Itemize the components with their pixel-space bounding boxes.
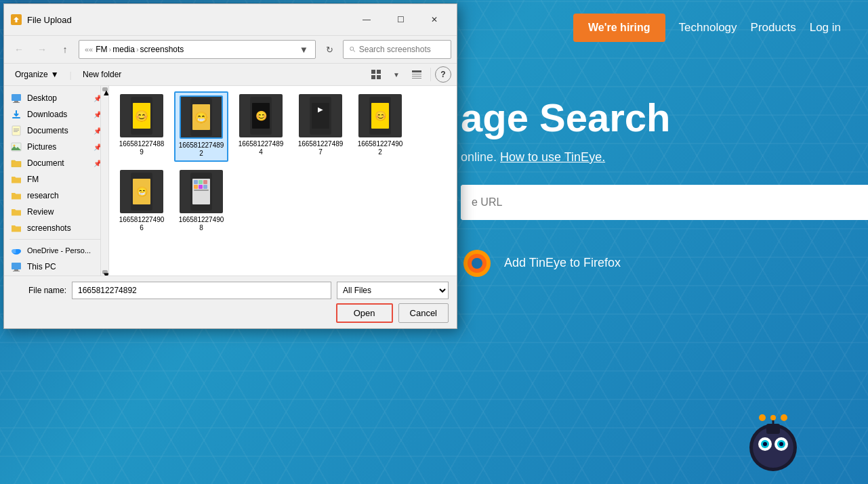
breadcrumb-screenshots[interactable]: screenshots [140, 45, 184, 54]
phone-screen: ▶ [312, 103, 329, 129]
sidebar-desktop-label: Desktop [27, 93, 88, 103]
organize-button[interactable]: Organize ▼ [9, 68, 64, 81]
address-breadcrumb: FM › media › screenshots [96, 45, 295, 54]
minimize-button[interactable]: — [351, 9, 382, 30]
sidebar-onedrive-label: OneDrive - Perso... [27, 246, 102, 255]
sidebar-item-screenshots[interactable]: screenshots [4, 220, 108, 236]
svg-rect-32 [14, 130, 19, 131]
svg-rect-26 [14, 101, 18, 102]
scroll-up-arrow[interactable]: ▲ [102, 87, 108, 91]
new-folder-button[interactable]: New folder [77, 68, 127, 81]
sidebar-item-fm[interactable]: FM [4, 171, 108, 188]
sidebar-item-documents[interactable]: Documents 📌 [4, 123, 108, 139]
nav-products-link[interactable]: Products [751, 21, 796, 35]
upload-icon [11, 14, 22, 25]
file-dialog: File Upload — ☐ ✕ ← → ↑ «« FM › media › … [3, 3, 457, 329]
sidebar-scrollbar[interactable]: ▲ ▼ [100, 86, 108, 276]
phone-screen: 😊 [371, 103, 389, 129]
toolbar-separator [430, 68, 431, 81]
forward-button[interactable]: → [33, 40, 51, 59]
sidebar-fm-label: FM [27, 175, 102, 184]
file-name: 1665812274908 [177, 216, 226, 232]
sidebar-item-document-folder[interactable]: Document 📌 [4, 155, 108, 171]
view-buttons: ▼ ? [367, 66, 451, 83]
breadcrumb-media[interactable]: media [112, 45, 135, 54]
phone-screen: 😊 [133, 103, 150, 129]
downloads-icon [11, 109, 22, 120]
dialog-title-left: File Upload [11, 14, 72, 25]
breadcrumb-arrow: «« [85, 45, 93, 53]
help-button[interactable]: ? [435, 66, 451, 83]
svg-point-14 [759, 414, 766, 421]
maximize-button[interactable]: ☐ [385, 9, 416, 30]
file-item[interactable]: 😁 1665812274906 [115, 167, 169, 235]
phone-body: 😊 [131, 97, 152, 135]
svg-rect-31 [14, 129, 19, 129]
hero-subtitle-text: online. [461, 150, 497, 164]
search-files-input[interactable] [359, 45, 445, 54]
view-toggle-button[interactable] [367, 66, 386, 83]
app-icon [203, 185, 207, 189]
svg-rect-23 [412, 76, 421, 76]
sidebar-item-downloads[interactable]: Downloads 📌 [4, 106, 108, 123]
robot-svg [732, 400, 814, 481]
svg-rect-33 [14, 131, 18, 132]
file-name: 1665812274889 [117, 140, 166, 156]
how-to-link[interactable]: How to use TinEye. [500, 150, 605, 164]
firefox-text: Add TinEye to Firefox [504, 256, 621, 270]
app-icon [199, 185, 203, 189]
sidebar-divider [9, 239, 103, 240]
details-pane-button[interactable] [407, 66, 426, 83]
nav-login-link[interactable]: Log in [810, 21, 841, 35]
dialog-body: Desktop 📌 Downloads 📌 [4, 86, 457, 276]
file-item[interactable]: ▶ 1665812274897 [293, 91, 348, 162]
view-dropdown-button[interactable]: ▼ [387, 66, 406, 83]
back-button[interactable]: ← [9, 40, 28, 59]
documents-icon [11, 125, 22, 136]
file-item[interactable]: 😊 1665812274889 [115, 91, 169, 162]
review-icon [11, 206, 22, 217]
refresh-button[interactable]: ↻ [320, 40, 339, 59]
file-name: 1665812274894 [236, 140, 285, 156]
dialog-toolbar2: Organize ▼ | New folder ▼ [4, 64, 457, 86]
svg-rect-18 [377, 70, 381, 74]
file-item[interactable]: 😊 1665812274894 [234, 91, 288, 162]
open-button[interactable]: Open [336, 303, 393, 323]
organize-dropdown-icon: ▼ [51, 70, 59, 79]
scroll-down-arrow[interactable]: ▼ [102, 270, 108, 274]
pictures-icon [11, 141, 22, 152]
sidebar-item-review[interactable]: Review [4, 204, 108, 220]
svg-rect-40 [12, 263, 21, 269]
search-input[interactable] [461, 185, 868, 220]
address-dropdown-button[interactable]: ▼ [298, 43, 310, 56]
svg-rect-20 [377, 75, 381, 79]
file-name: 1665812274897 [296, 140, 345, 156]
close-button[interactable]: ✕ [419, 9, 450, 30]
organize-label: Organize [15, 70, 48, 79]
breadcrumb-fm[interactable]: FM [96, 45, 107, 54]
cancel-button[interactable]: Cancel [398, 303, 449, 323]
sidebar-item-pictures[interactable]: Pictures 📌 [4, 139, 108, 155]
filename-input[interactable] [72, 282, 331, 299]
file-item[interactable]: 1665812274908 [174, 167, 228, 235]
svg-rect-11 [766, 424, 780, 434]
svg-rect-24 [412, 78, 421, 79]
up-button[interactable]: ↑ [56, 40, 75, 59]
sep1: › [109, 45, 112, 53]
sidebar-item-this-pc[interactable]: This PC [4, 259, 108, 275]
sidebar-item-research[interactable]: research [4, 188, 108, 204]
phone-screen: 😁 [192, 104, 210, 130]
svg-rect-19 [371, 75, 375, 79]
sep2: › [136, 45, 139, 53]
nav-technology-link[interactable]: Technology [679, 21, 737, 35]
file-item-selected[interactable]: 😁 1665812274892 [174, 91, 228, 162]
sidebar-item-onedrive[interactable]: OneDrive - Perso... [4, 242, 108, 259]
filetype-select[interactable]: All Files [337, 282, 449, 299]
view-icon [371, 69, 381, 80]
nav-hiring-button[interactable]: We're hiring [573, 14, 665, 42]
sidebar-item-desktop[interactable]: Desktop 📌 [4, 90, 108, 106]
file-item[interactable]: 😊 1665812274902 [353, 91, 407, 162]
list-line [194, 190, 209, 191]
view-dropdown-icon: ▼ [393, 71, 400, 79]
dialog-files-area: 😊 1665812274889 😁 [109, 86, 457, 276]
